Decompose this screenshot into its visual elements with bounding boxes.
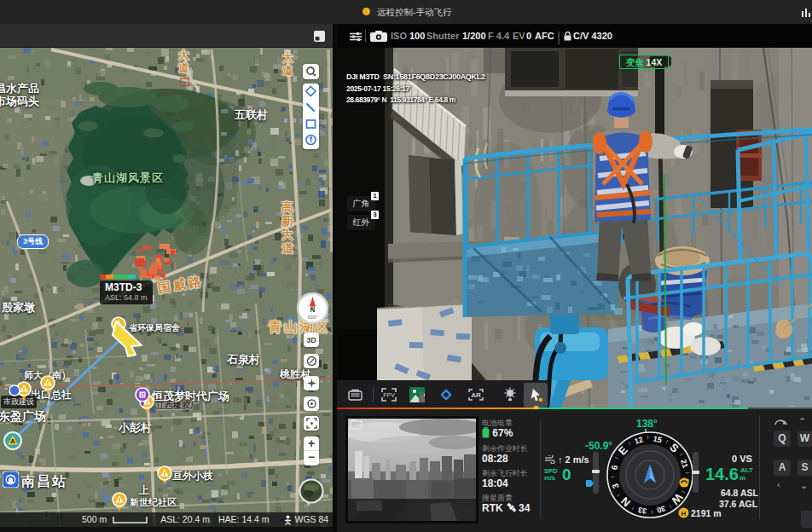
svg-text:H: H	[682, 510, 687, 518]
svg-text:FPV: FPV	[383, 392, 395, 398]
svg-text:15: 15	[652, 434, 663, 444]
svg-text:AR: AR	[471, 391, 481, 399]
svg-text:000°: 000°	[308, 315, 317, 320]
svg-text:N: N	[310, 306, 316, 314]
svg-text:33: 33	[637, 506, 647, 516]
svg-text:A: A	[10, 437, 15, 445]
